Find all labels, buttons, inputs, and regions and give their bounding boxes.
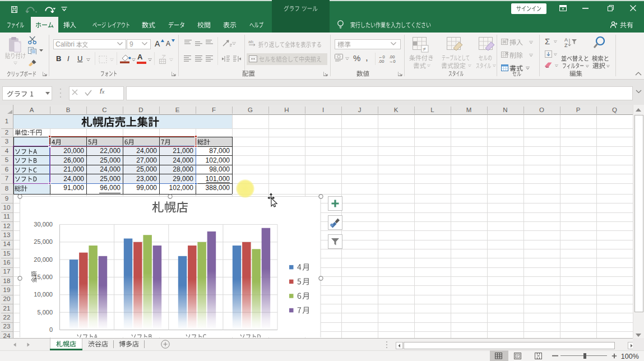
svg-text:→0: →0	[389, 59, 396, 63]
svg-text:30,000: 30,000	[34, 221, 53, 228]
svg-text:25,000: 25,000	[34, 238, 53, 245]
svg-text:0: 0	[49, 326, 53, 333]
svg-text:10,000: 10,000	[34, 291, 53, 298]
svg-text:.00: .00	[378, 59, 384, 63]
svg-text:5,000: 5,000	[37, 309, 53, 316]
svg-text:ab: ab	[248, 39, 253, 44]
svg-text:≠: ≠	[423, 46, 427, 52]
svg-text:Z: Z	[564, 43, 568, 48]
svg-text:15,000: 15,000	[34, 274, 53, 280]
svg-text:A: A	[564, 37, 568, 43]
svg-text:20,000: 20,000	[34, 256, 53, 263]
